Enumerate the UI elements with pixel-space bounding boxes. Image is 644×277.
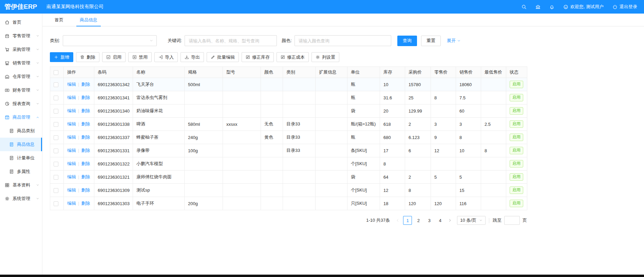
sidebar-item-warehouse[interactable]: 仓库管理	[0, 70, 42, 83]
row-checkbox[interactable]	[54, 82, 58, 87]
cell-purchase: 6.123	[405, 131, 431, 144]
page-button-2[interactable]: 2	[414, 216, 423, 225]
sidebar-item-report[interactable]: 报表查询	[0, 97, 42, 111]
import-button[interactable]: 导入	[154, 52, 178, 62]
delete-link[interactable]: 删除	[81, 135, 90, 140]
cell-status: 启用	[506, 197, 527, 210]
cell-status: 启用	[506, 91, 527, 104]
enable-button[interactable]: 启用	[102, 52, 126, 62]
cell-ext	[316, 171, 347, 184]
row-checkbox[interactable]	[54, 109, 58, 114]
column-settings-button[interactable]: 列设置	[311, 52, 339, 62]
row-checkbox[interactable]	[54, 96, 58, 100]
disable-button[interactable]: 禁用	[128, 52, 152, 62]
row-select-cell	[50, 197, 64, 210]
fix-stock-button[interactable]: 修正库存	[242, 52, 274, 62]
export-button[interactable]: 导出	[181, 52, 204, 62]
sidebar-item-sales[interactable]: 销售管理	[0, 56, 42, 70]
fix-cost-button[interactable]: 修正成本	[277, 52, 309, 62]
sidebar-item-home[interactable]: 首页	[0, 16, 42, 29]
button-label: 列设置	[322, 54, 335, 60]
sidebar-item-system[interactable]: 系统管理	[0, 192, 42, 205]
disable-icon	[132, 55, 137, 59]
expand-link[interactable]: 展开	[447, 38, 461, 44]
sidebar-item-retail[interactable]: 零售管理	[0, 29, 42, 43]
tab-goods-info[interactable]: 商品信息	[80, 14, 97, 26]
sidebar-item-multi-attr[interactable]: 多属性	[0, 165, 42, 178]
search-button[interactable]: 查询	[397, 36, 417, 46]
row-checkbox[interactable]	[54, 201, 58, 206]
grid-icon	[5, 183, 10, 187]
add-button[interactable]: 新增	[50, 52, 73, 62]
page-button-3[interactable]: 3	[425, 216, 434, 225]
cell-unit: 个[SKU]	[347, 184, 380, 197]
row-checkbox[interactable]	[54, 188, 58, 193]
link-separator: |	[78, 187, 79, 193]
delete-button[interactable]: 删除	[76, 52, 99, 62]
sidebar-item-finance[interactable]: 财务管理	[0, 83, 42, 97]
prev-page-button[interactable]	[393, 216, 402, 225]
keyword-input[interactable]	[185, 35, 277, 46]
cell-retail	[431, 104, 456, 118]
cell-name: 啤酒	[133, 118, 185, 131]
edit-link[interactable]: 编辑	[67, 187, 76, 193]
delete-link[interactable]: 删除	[81, 174, 90, 179]
edit-link[interactable]: 编辑	[67, 95, 76, 100]
page-button-4[interactable]: 4	[436, 216, 444, 225]
sidebar-item-label: 系统管理	[13, 196, 36, 202]
export-icon	[185, 55, 189, 59]
cell-purchase: 129.99	[405, 104, 431, 118]
sidebar-item-goods[interactable]: 商品管理	[0, 111, 42, 124]
batch-edit-button[interactable]: 批量编辑	[207, 52, 239, 62]
row-checkbox[interactable]	[54, 135, 58, 140]
delete-link[interactable]: 删除	[81, 95, 90, 100]
row-checkbox[interactable]	[54, 175, 58, 180]
delete-link[interactable]: 删除	[81, 161, 90, 166]
delete-link[interactable]: 删除	[81, 187, 90, 193]
pagination-total: 1-10 共37条	[366, 217, 390, 223]
products-table: 操作条码名称规格型号颜色类别扩展信息单位库存采购价零售价销售价最低售价状态 编辑…	[50, 66, 527, 210]
sidebar-item-purchase[interactable]: 采购管理	[0, 43, 42, 56]
edit-link[interactable]: 编辑	[67, 121, 76, 126]
sidebar-item-basic-data[interactable]: 基本资料	[0, 178, 42, 192]
cell-unit: 瓶	[347, 78, 380, 91]
edit-link[interactable]: 编辑	[67, 161, 76, 166]
select-all-checkbox[interactable]	[54, 70, 58, 75]
delete-link[interactable]: 删除	[81, 148, 90, 153]
color-input[interactable]	[295, 35, 391, 46]
jump-page-input[interactable]	[504, 216, 520, 225]
page-size-select[interactable]: 10 条/页	[457, 216, 486, 225]
doc-icon	[9, 169, 14, 174]
bell-icon[interactable]	[549, 4, 554, 9]
row-checkbox[interactable]	[54, 162, 58, 166]
cell-color	[261, 171, 283, 184]
edit-link[interactable]: 编辑	[67, 82, 76, 87]
edit-link[interactable]: 编辑	[67, 148, 76, 153]
delete-link[interactable]: 删除	[81, 201, 90, 206]
chevron-down-icon	[36, 197, 39, 200]
delete-link[interactable]: 删除	[81, 121, 90, 126]
edit-link[interactable]: 编辑	[67, 108, 76, 113]
cell-model	[223, 157, 261, 171]
edit-link[interactable]: 编辑	[67, 201, 76, 206]
row-checkbox[interactable]	[54, 122, 58, 127]
sidebar-item-measure-unit[interactable]: 计量单位	[0, 151, 42, 165]
page-button-1[interactable]: 1	[403, 216, 412, 225]
logout-button[interactable]: 退出登录	[612, 4, 637, 10]
edit-link[interactable]: 编辑	[67, 135, 76, 140]
tab-home[interactable]: 首页	[55, 14, 63, 26]
welcome-user[interactable]: 欢迎您, 测试用户	[563, 4, 604, 10]
category-select[interactable]	[63, 35, 157, 46]
sidebar-item-goods-info[interactable]: 商品信息	[0, 138, 42, 151]
search-icon[interactable]	[522, 4, 527, 9]
next-page-button[interactable]	[446, 216, 454, 225]
delete-link[interactable]: 删除	[81, 108, 90, 113]
sidebar-item-goods-category[interactable]: 商品类别	[0, 124, 42, 138]
stock-edit-icon	[246, 55, 250, 59]
edit-link[interactable]: 编辑	[67, 174, 76, 179]
row-checkbox[interactable]	[54, 149, 58, 153]
cell-category: 目录33	[283, 144, 316, 157]
bank-icon[interactable]	[535, 4, 541, 9]
reset-button[interactable]: 重置	[421, 36, 441, 46]
delete-link[interactable]: 删除	[81, 82, 90, 87]
